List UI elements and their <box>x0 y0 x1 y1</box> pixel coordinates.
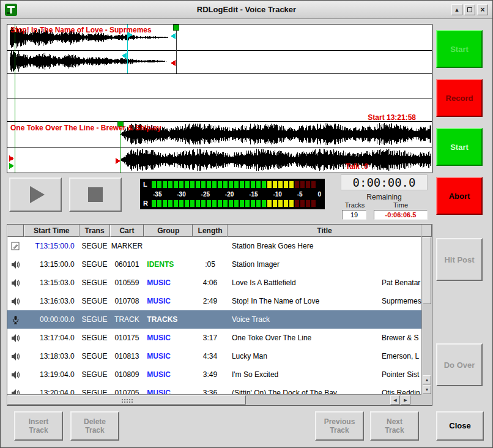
col-header-trans[interactable]: Trans <box>80 225 110 237</box>
col-header-icon[interactable] <box>7 225 24 237</box>
cell-cart: 010559 <box>110 278 144 287</box>
artist-text: Pointer Sist <box>382 370 419 379</box>
title-text: Stop! In The Name of Love <box>232 297 319 305</box>
start-track1-button[interactable]: Start <box>436 30 483 68</box>
previous-track-button[interactable]: Previous Track <box>315 411 364 441</box>
record-button[interactable]: Record <box>436 79 483 117</box>
titlebar[interactable]: RDLogEdit - Voice Tracker ▲ × <box>1 1 492 19</box>
stop-button[interactable] <box>69 177 122 212</box>
scroll-down-button[interactable]: ▼ <box>423 385 431 394</box>
cell-cart: 060101 <box>110 260 144 269</box>
cell-length: :05 <box>193 260 228 269</box>
elapsed-time-display: 0:00:00.0 <box>341 174 428 190</box>
cell-group: MUSIC <box>144 352 193 360</box>
cell-cart: 010813 <box>110 352 144 360</box>
log-table-header: Start Time Trans Cart Group Length Title <box>7 225 432 237</box>
cell-start-time: 00:00:00.0 <box>24 315 80 324</box>
close-window-button[interactable]: × <box>477 4 488 15</box>
meter-segment <box>311 200 316 207</box>
log-row[interactable]: 13:17:04.0SEGUE010175MUSIC3:17One Toke O… <box>7 329 421 347</box>
log-row[interactable]: 13:16:03.0SEGUE010708MUSIC2:49Stop! In T… <box>7 292 421 310</box>
meter-segment <box>251 200 255 207</box>
log-row[interactable]: 13:18:03.0SEGUE010813MUSIC4:34Lucky ManE… <box>7 347 421 365</box>
log-table: Start Time Trans Cart Group Length Title… <box>7 224 432 406</box>
meter-left-segments <box>152 181 322 188</box>
meter-segment <box>179 200 183 207</box>
delete-track-button[interactable]: Delete Track <box>70 411 119 441</box>
col-header-group[interactable]: Group <box>144 225 193 237</box>
cell-length: 4:06 <box>193 278 228 287</box>
meter-segment <box>168 200 172 207</box>
remaining-time-value: -0:06:06.5 <box>374 210 428 220</box>
meter-segment <box>174 181 178 188</box>
track1-title-label: Stop! In The Name of Love - Suprmemes <box>10 26 152 34</box>
log-row[interactable]: T13:15:00.0SEGUEMARKERStation Break Goes… <box>7 237 421 255</box>
log-row[interactable]: 13:19:04.0SEGUE010809MUSIC3:49I'm So Exc… <box>7 365 421 384</box>
cell-cart: 010705 <box>110 389 144 394</box>
col-header-cart[interactable]: Cart <box>110 225 144 237</box>
previous-track-label-1: Previous <box>324 417 355 426</box>
close-button[interactable]: Close <box>436 411 484 441</box>
insert-track-button[interactable]: Insert Track <box>14 411 63 441</box>
window-title: RDLogEdit - Voice Tracker <box>1 5 492 14</box>
title-text: Station Break Goes Here <box>232 242 313 250</box>
horizontal-scrollbar[interactable]: ◀ ▶ <box>7 394 421 405</box>
cell-length: 3:36 <box>193 389 228 394</box>
meter-segment <box>196 200 200 207</box>
log-table-body: T13:15:00.0SEGUEMARKERStation Break Goes… <box>7 237 421 394</box>
meter-segment <box>229 181 233 188</box>
meter-segment <box>311 181 316 188</box>
vertical-scrollbar[interactable]: ▲ ▼ <box>421 237 432 394</box>
scroll-left-button[interactable]: ◀ <box>390 395 400 405</box>
col-header-start-time[interactable]: Start Time <box>24 225 80 237</box>
insert-track-label-1: Insert <box>29 417 49 426</box>
meter-segment <box>163 181 167 188</box>
next-track-button[interactable]: Next Track <box>370 411 419 441</box>
col-header-title[interactable]: Title <box>228 225 421 237</box>
cell-length: 3:17 <box>193 334 228 342</box>
meter-segment <box>278 181 283 188</box>
shade-window-button[interactable]: ▲ <box>451 4 462 15</box>
abort-button[interactable]: Abort <box>436 177 483 215</box>
col-header-length[interactable]: Length <box>193 225 228 237</box>
meter-segment <box>196 181 200 188</box>
delete-track-label-2: Track <box>85 426 104 435</box>
cell-trans: SEGUE <box>80 278 110 287</box>
cell-title: Station Imager <box>228 260 421 269</box>
speaker-icon <box>7 370 24 379</box>
play-button[interactable] <box>9 177 62 212</box>
cell-title: Station Break Goes Here <box>228 242 421 250</box>
log-row[interactable]: 13:15:00.0SEGUE060101IDENTS:05Station Im… <box>7 255 421 274</box>
waveform-display[interactable] <box>7 24 432 173</box>
meter-segment <box>190 181 195 188</box>
log-row[interactable]: 13:15:03.0SEGUE010559MUSIC4:06Love Is A … <box>7 274 421 292</box>
cell-group: MUSIC <box>144 389 193 394</box>
vertical-scrollbar-thumb[interactable] <box>423 237 431 304</box>
cell-cart: TRACK <box>110 315 144 324</box>
meter-segment <box>267 200 272 207</box>
cell-group: MUSIC <box>144 370 193 379</box>
meter-segment <box>157 181 161 188</box>
previous-track-label-2: Track <box>330 426 349 435</box>
meter-segment <box>273 181 277 188</box>
cell-title: (Sittin' On) The Dock of The BayOtis Red… <box>228 389 421 394</box>
hit-post-button[interactable]: Hit Post <box>436 238 483 281</box>
scroll-up-button[interactable]: ▲ <box>423 375 431 384</box>
scrollbar-corner <box>421 394 432 405</box>
scroll-right-button[interactable]: ▶ <box>401 395 410 405</box>
waveform-panel[interactable]: Stop! In The Name of Love - Suprmemes St… <box>7 24 432 173</box>
maximize-window-button[interactable] <box>464 4 475 15</box>
log-row[interactable]: 13:20:04.0SEGUE010705MUSIC3:36(Sittin' O… <box>7 384 421 394</box>
log-row-selected[interactable]: 00:00:00.0SEGUETRACKTRACKSVoice Track <box>7 310 421 329</box>
start-track2-button[interactable]: Start <box>436 128 483 166</box>
meter-segment <box>218 181 222 188</box>
horizontal-scrollbar-thumb[interactable] <box>7 395 246 405</box>
do-over-button[interactable]: Do Over <box>436 343 483 386</box>
cell-start-time: 13:15:00.0 <box>24 260 80 269</box>
meter-segment <box>212 181 217 188</box>
meter-segment <box>157 200 161 207</box>
stop-icon <box>88 187 103 202</box>
meter-segment <box>223 181 228 188</box>
meter-segment <box>295 181 299 188</box>
remaining-time-label: Time <box>382 201 419 209</box>
